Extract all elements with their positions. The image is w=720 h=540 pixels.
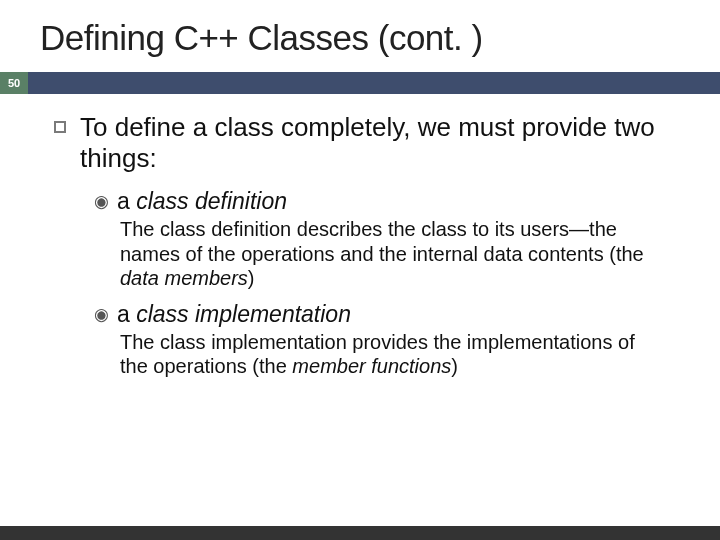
- sub-bullet-2: ◉ a class implementation The class imple…: [94, 301, 690, 379]
- slide-title: Defining C++ Classes (cont. ): [0, 0, 720, 58]
- slide-number: 50: [0, 72, 28, 94]
- sub-bullet-label: a class definition: [117, 188, 287, 215]
- slide: Defining C++ Classes (cont. ) 50 To defi…: [0, 0, 720, 540]
- sub-label-italic: class implementation: [136, 301, 351, 327]
- sub-bullet-desc: The class definition describes the class…: [120, 217, 690, 290]
- sub-bullet-1: ◉ a class definition The class definitio…: [94, 188, 690, 290]
- sub-bullet-label: a class implementation: [117, 301, 351, 328]
- sub-bullet-row: ◉ a class implementation: [94, 301, 690, 328]
- desc-after: ): [451, 355, 458, 377]
- desc-before: The class definition describes the class…: [120, 218, 644, 264]
- sub-label-prefix: a: [117, 301, 136, 327]
- divider-bar: 50: [0, 72, 720, 94]
- square-bullet-icon: [54, 121, 66, 133]
- nav-strip: [0, 526, 720, 540]
- main-bullet-text: To define a class completely, we must pr…: [80, 112, 690, 174]
- content-area: To define a class completely, we must pr…: [0, 94, 720, 378]
- sub-label-italic: class definition: [136, 188, 287, 214]
- sub-label-prefix: a: [117, 188, 136, 214]
- target-bullet-icon: ◉: [94, 191, 109, 212]
- desc-italic: member functions: [292, 355, 451, 377]
- desc-italic: data members: [120, 267, 248, 289]
- sub-bullet-row: ◉ a class definition: [94, 188, 690, 215]
- main-bullet: To define a class completely, we must pr…: [54, 112, 690, 174]
- target-bullet-icon: ◉: [94, 304, 109, 325]
- sub-bullet-desc: The class implementation provides the im…: [120, 330, 690, 379]
- desc-after: ): [248, 267, 255, 289]
